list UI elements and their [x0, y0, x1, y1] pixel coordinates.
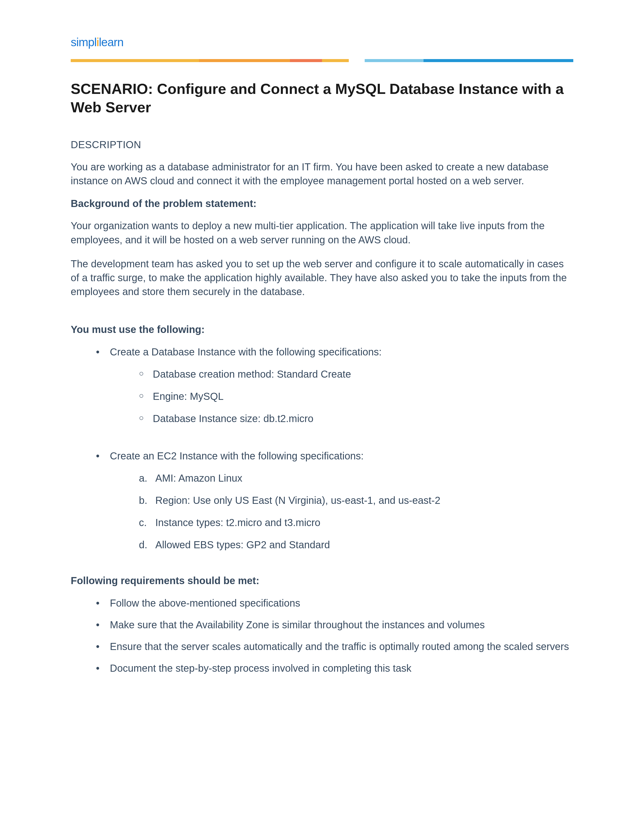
page-title: SCENARIO: Configure and Connect a MySQL …	[71, 80, 573, 116]
list-item: Document the step-by-step process involv…	[96, 661, 573, 675]
list-item: a.AMI: Amazon Linux	[139, 471, 573, 485]
list-item: Database Instance size: db.t2.micro	[139, 412, 573, 426]
list-item: d.Allowed EBS types: GP2 and Standard	[139, 538, 573, 552]
bar-segment	[199, 59, 290, 62]
list-item: Make sure that the Availability Zone is …	[96, 618, 573, 632]
bar-segment	[423, 59, 573, 62]
brand-color-bar	[71, 59, 573, 62]
requirements-heading: Following requirements should be met:	[71, 575, 573, 586]
background-para-2: The development team has asked you to se…	[71, 257, 573, 299]
list-item: Database creation method: Standard Creat…	[139, 367, 573, 381]
list-item: c.Instance types: t2.micro and t3.micro	[139, 515, 573, 529]
list-item: Create a Database Instance with the foll…	[96, 345, 573, 426]
list-item: Follow the above-mentioned specification…	[96, 596, 573, 610]
ec2-list: Create an EC2 Instance with the followin…	[71, 449, 573, 552]
requirements-list: Follow the above-mentioned specification…	[71, 596, 573, 675]
background-heading: Background of the problem statement:	[71, 198, 573, 209]
ec2-specs-list: a.AMI: Amazon Linux b.Region: Use only U…	[110, 471, 573, 552]
bar-segment	[290, 59, 322, 62]
list-item: Ensure that the server scales automatica…	[96, 639, 573, 653]
bar-segment	[365, 59, 423, 62]
list-item: Create an EC2 Instance with the followin…	[96, 449, 573, 552]
background-para-1: Your organization wants to deploy a new …	[71, 219, 573, 247]
brand-logo: simplilearn	[71, 35, 573, 49]
logo-part-i: i	[97, 35, 99, 49]
document-page: simplilearn SCENARIO: Configure and Conn…	[0, 0, 644, 733]
list-item: b.Region: Use only US East (N Virginia),…	[139, 493, 573, 507]
description-text: You are working as a database administra…	[71, 160, 573, 188]
logo-part-learn: learn	[99, 35, 124, 49]
db-instance-intro: Create a Database Instance with the foll…	[110, 346, 382, 357]
description-heading: DESCRIPTION	[71, 139, 573, 150]
bar-segment	[71, 59, 199, 62]
bar-gap	[349, 59, 365, 62]
logo-part-simpl: simpl	[71, 35, 97, 49]
list-item: Engine: MySQL	[139, 389, 573, 404]
bar-segment	[322, 59, 349, 62]
db-specs-list: Database creation method: Standard Creat…	[110, 367, 573, 426]
must-use-heading: You must use the following:	[71, 324, 573, 335]
must-use-list: Create a Database Instance with the foll…	[71, 345, 573, 426]
ec2-instance-intro: Create an EC2 Instance with the followin…	[110, 450, 364, 462]
